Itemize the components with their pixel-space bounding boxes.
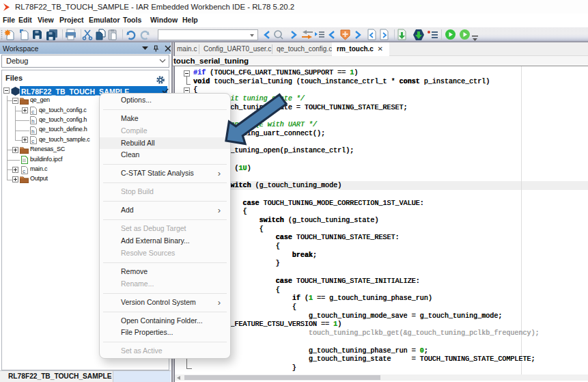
svg-text:c: c <box>31 138 34 144</box>
svg-text:h: h <box>31 128 34 135</box>
svg-text:c: c <box>31 109 34 115</box>
svg-text:c: c <box>23 168 25 174</box>
svg-text:h: h <box>31 118 34 124</box>
